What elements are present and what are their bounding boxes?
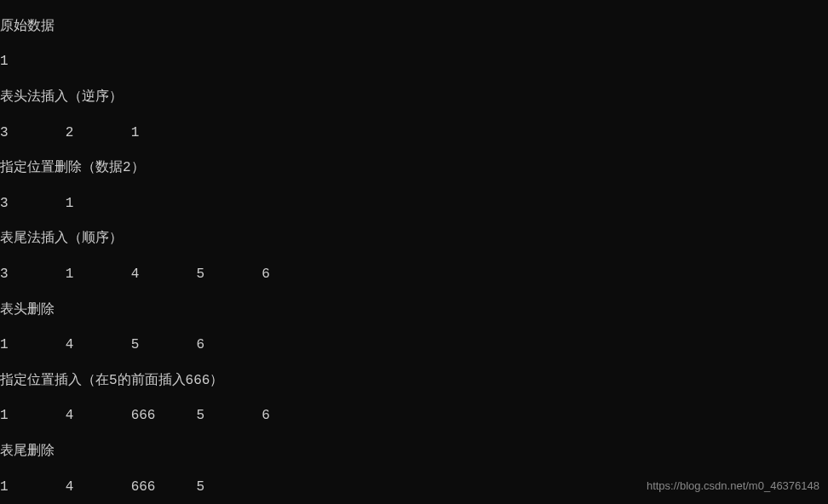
terminal-output: 原始数据 1 表头法插入（逆序） 3 2 1 指定位置删除（数据2） 3 1 表… xyxy=(0,0,828,504)
output-line: 1 4 5 6 xyxy=(0,336,828,354)
output-line: 原始数据 xyxy=(0,18,828,36)
output-line: 指定位置插入（在5的前面插入666） xyxy=(0,372,828,390)
output-line: 表尾删除 xyxy=(0,443,828,461)
output-line: 1 xyxy=(0,53,828,71)
output-line: 1 4 666 5 6 xyxy=(0,407,828,425)
output-line: 3 1 4 5 6 xyxy=(0,266,828,284)
output-line: 3 2 1 xyxy=(0,124,828,142)
output-line: 表尾法插入（顺序） xyxy=(0,230,828,248)
output-line: 表头法插入（逆序） xyxy=(0,89,828,106)
output-line: 指定位置删除（数据2） xyxy=(0,159,828,177)
watermark-text: https://blog.csdn.net/m0_46376148 xyxy=(647,479,819,494)
output-line: 3 1 xyxy=(0,195,828,213)
output-line: 表头删除 xyxy=(0,301,828,319)
